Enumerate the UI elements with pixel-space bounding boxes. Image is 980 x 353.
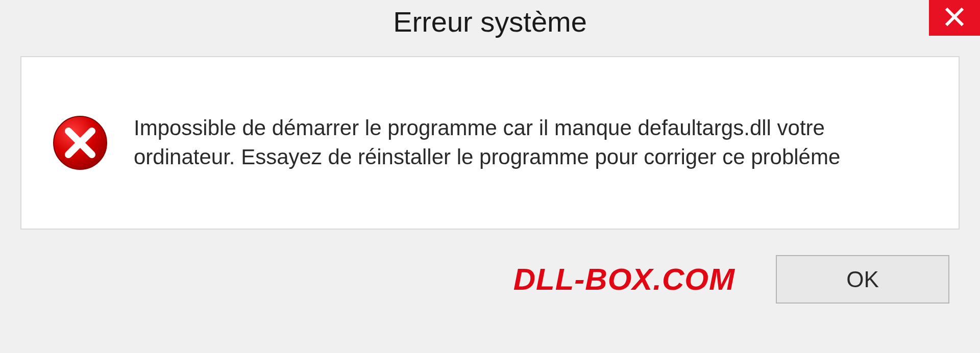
content-panel: Impossible de démarrer le programme car … — [20, 56, 960, 230]
titlebar: Erreur système — [0, 0, 980, 51]
error-icon — [52, 115, 108, 171]
ok-button[interactable]: OK — [776, 255, 949, 304]
close-icon — [944, 7, 965, 29]
watermark-text: DLL-BOX.COM — [513, 262, 735, 297]
dialog-title: Erreur système — [393, 5, 587, 38]
close-button[interactable] — [929, 0, 980, 36]
error-message: Impossible de démarrer le programme car … — [134, 114, 928, 171]
error-dialog: Erreur système — [0, 0, 980, 353]
dialog-footer: DLL-BOX.COM OK — [0, 245, 980, 314]
